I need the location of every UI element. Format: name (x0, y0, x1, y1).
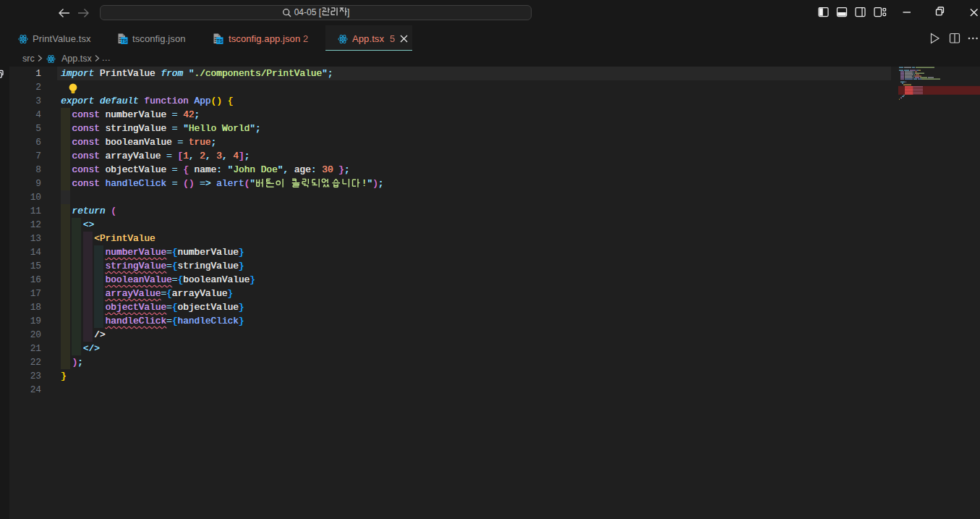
svg-text:TS: TS (121, 38, 127, 43)
svg-text:TS: TS (217, 38, 223, 43)
